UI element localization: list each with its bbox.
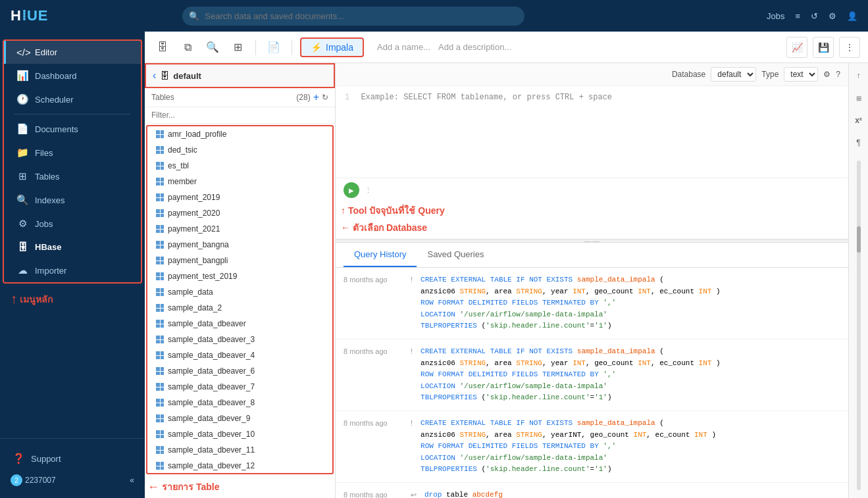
type-select[interactable]: text bbox=[784, 67, 818, 82]
sidebar-item-editor[interactable]: </> Editor bbox=[4, 41, 141, 64]
sidebar-bottom: ❓ Support 22237007 « bbox=[0, 438, 145, 498]
table-list-item[interactable]: sample_data_dbeaver_4 bbox=[147, 347, 332, 363]
file-icon-btn[interactable]: 📄 bbox=[264, 37, 284, 57]
database-label: Database bbox=[672, 70, 705, 79]
annotation-tool: Tool ปัจจุบันที่ใช้ Query bbox=[348, 203, 445, 218]
tables-icon: ⊞ bbox=[16, 170, 28, 182]
collapse-btn[interactable]: « bbox=[130, 476, 134, 485]
table-list-item[interactable]: sample_data_dbeaver_8 bbox=[147, 395, 332, 411]
table-name: member bbox=[168, 177, 197, 186]
sidebar-item-files[interactable]: 📁 Files bbox=[4, 141, 141, 164]
table-list-item[interactable]: sample_data_dbever_9 bbox=[147, 411, 332, 426]
jobs-link[interactable]: Jobs bbox=[767, 11, 784, 21]
table-name: sample_data_dbeaver_3 bbox=[168, 335, 255, 344]
sidebar-item-documents[interactable]: 📄 Documents bbox=[4, 117, 141, 141]
history-code: drop table abcdefg bbox=[424, 489, 840, 498]
database-select[interactable]: default bbox=[711, 67, 756, 82]
table-list-item[interactable]: member bbox=[147, 174, 332, 189]
table-list-item[interactable]: sample_data_dbeaver bbox=[147, 316, 332, 332]
table-icon bbox=[156, 446, 164, 454]
sidebar-item-dashboard[interactable]: 📊 Dashboard bbox=[4, 64, 141, 87]
settings-icon[interactable]: ⚙ bbox=[829, 11, 836, 21]
table-list-item[interactable]: payment_2021 bbox=[147, 221, 332, 237]
table-list-item[interactable]: sample_data_dbever_12 bbox=[147, 458, 332, 474]
sidebar-item-support[interactable]: ❓ Support bbox=[0, 447, 145, 470]
table-name: sample_data_dbever_12 bbox=[168, 461, 255, 470]
tab-saved-queries[interactable]: Saved Queries bbox=[417, 243, 494, 267]
zoom-icon-btn[interactable]: 🔍 bbox=[203, 37, 222, 57]
database-icon-btn[interactable]: 🗄 bbox=[153, 37, 172, 57]
sidebar-item-hbase[interactable]: 🗄 HBase bbox=[4, 236, 141, 259]
history-item[interactable]: 8 months ago ! CREATE EXTERNAL TABLE IF … bbox=[336, 411, 848, 483]
panel-header: ‹ 🗄 default bbox=[145, 63, 335, 88]
search-input[interactable] bbox=[182, 7, 524, 26]
sidebar-item-scheduler[interactable]: 🕐 Scheduler bbox=[4, 87, 141, 111]
impala-tab[interactable]: ⚡ Impala bbox=[300, 37, 364, 57]
paragraph-btn[interactable]: ¶ bbox=[852, 136, 866, 150]
refresh-tables-btn[interactable]: ↻ bbox=[322, 93, 328, 102]
table-list-item[interactable]: sample_data bbox=[147, 284, 332, 300]
code-editor[interactable]: 1 Example: SELECT FROM tablename, or pre… bbox=[336, 86, 848, 178]
topbar-right: Jobs ≡ ↺ ⚙ 👤 bbox=[767, 11, 857, 21]
grid-view-btn[interactable]: ⊞ bbox=[852, 91, 866, 105]
table-name: amr_load_profile bbox=[168, 130, 226, 139]
table-list-item[interactable]: payment_2020 bbox=[147, 205, 332, 221]
table-list-item[interactable]: payment_bangna bbox=[147, 237, 332, 253]
code-line: CREATE EXTERNAL TABLE IF NOT EXISTS samp… bbox=[421, 346, 840, 358]
sidebar-item-importer[interactable]: ☁ Importer bbox=[4, 259, 141, 282]
formula-btn[interactable]: x² bbox=[852, 113, 866, 128]
history-item[interactable]: 8 months ago ! CREATE EXTERNAL TABLE IF … bbox=[336, 268, 848, 339]
execute-btn[interactable]: ▶ bbox=[344, 182, 359, 198]
add-name-placeholder[interactable]: Add a name... bbox=[377, 42, 430, 52]
table-list-item[interactable]: sample_data_dbever_13 bbox=[147, 474, 332, 474]
refresh-icon[interactable]: ↺ bbox=[811, 11, 818, 21]
sidebar-item-tables[interactable]: ⊞ Tables bbox=[4, 164, 141, 188]
code-line: TBLPROPERTIES ('skip.header.line.count'=… bbox=[421, 392, 840, 404]
table-list-item[interactable]: sample_data_dbeaver_3 bbox=[147, 332, 332, 347]
grid-icon-btn[interactable]: ⊞ bbox=[228, 37, 247, 57]
user-icon[interactable]: 👤 bbox=[847, 11, 857, 21]
table-list-item[interactable]: sample_data_dbeaver_7 bbox=[147, 379, 332, 395]
table-name: sample_data_dbever_11 bbox=[168, 445, 255, 455]
table-list-item[interactable]: amr_load_profile bbox=[147, 126, 332, 142]
right-panel: Database default Type text ⚙ ? 1 Example… bbox=[336, 63, 848, 498]
scrollbar-thumb[interactable] bbox=[857, 226, 861, 253]
save-btn[interactable]: 💾 bbox=[813, 37, 834, 58]
table-list-item[interactable]: sample_data_dbever_10 bbox=[147, 426, 332, 442]
table-list-item[interactable]: sample_data_dbever_11 bbox=[147, 442, 332, 458]
db-name: default bbox=[173, 71, 201, 81]
copy-icon-btn[interactable]: ⧉ bbox=[178, 37, 197, 57]
filter-input[interactable] bbox=[145, 107, 335, 124]
help-icon-opts[interactable]: ? bbox=[836, 70, 840, 79]
sidebar-item-jobs[interactable]: ⚙ Jobs bbox=[4, 212, 141, 236]
tab-query-history[interactable]: Query History bbox=[344, 243, 417, 267]
table-name: sample_data_dbeaver_6 bbox=[168, 366, 255, 376]
add-desc-placeholder[interactable]: Add a description... bbox=[438, 42, 511, 52]
add-table-btn[interactable]: + bbox=[313, 91, 319, 103]
table-list-item[interactable]: sample_data_2 bbox=[147, 300, 332, 316]
importer-icon: ☁ bbox=[16, 264, 28, 276]
sidebar-item-indexes[interactable]: 🔍 Indexes bbox=[4, 188, 141, 212]
settings-icon-opts[interactable]: ⚙ bbox=[823, 70, 830, 79]
table-list-item[interactable]: es_tbl bbox=[147, 158, 332, 174]
history-item[interactable]: 8 months ago ! CREATE EXTERNAL TABLE IF … bbox=[336, 339, 848, 411]
table-list: amr_load_profile ded_tsic es_tbl member … bbox=[146, 125, 334, 474]
scheduler-icon: 🕐 bbox=[16, 93, 28, 105]
table-list-item[interactable]: ded_tsic bbox=[147, 142, 332, 158]
tables-label: Tables bbox=[151, 93, 174, 102]
type-label: Type bbox=[761, 70, 779, 79]
table-list-item[interactable]: sample_data_dbeaver_6 bbox=[147, 363, 332, 379]
back-icon[interactable]: ‹ bbox=[153, 70, 156, 82]
table-icon bbox=[156, 257, 164, 264]
table-list-item[interactable]: payment_test_2019 bbox=[147, 268, 332, 284]
table-icon bbox=[156, 130, 164, 138]
scroll-up-btn[interactable]: ↑ bbox=[852, 68, 866, 83]
history-code: CREATE EXTERNAL TABLE IF NOT EXISTS samp… bbox=[421, 274, 840, 332]
history-item[interactable]: 8 months ago ↩ drop table abcdefg bbox=[336, 483, 848, 498]
more-btn[interactable]: ⋮ bbox=[839, 37, 860, 58]
table-list-item[interactable]: payment_2019 bbox=[147, 189, 332, 205]
chart-btn[interactable]: 📈 bbox=[786, 37, 807, 58]
annotation-database: ตัวเลือก Database bbox=[353, 220, 427, 235]
table-list-item[interactable]: payment_bangpli bbox=[147, 253, 332, 268]
logo[interactable]: H⁞UE bbox=[11, 7, 48, 24]
